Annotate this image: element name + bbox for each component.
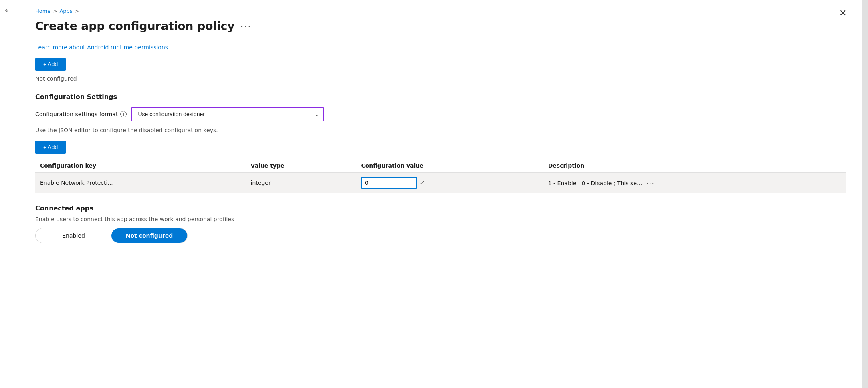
add-button-1[interactable]: + Add — [35, 58, 66, 71]
right-resize-handle[interactable] — [862, 0, 868, 388]
table-cell-config-value: ✓ — [356, 172, 543, 193]
configuration-table: Configuration key Value type Configurati… — [35, 159, 846, 193]
col-header-description: Description — [543, 159, 846, 172]
learn-more-link[interactable]: Learn more about Android runtime permiss… — [35, 44, 168, 51]
more-options-button[interactable]: ··· — [240, 22, 252, 31]
config-format-label: Configuration settings format i — [35, 111, 127, 117]
row-more-options-button[interactable]: ··· — [644, 178, 657, 188]
config-format-row: Configuration settings format i Use conf… — [35, 107, 846, 121]
breadcrumb-home[interactable]: Home — [35, 8, 50, 14]
breadcrumb-sep-1: > — [53, 8, 57, 14]
checkmark-icon[interactable]: ✓ — [420, 179, 425, 186]
json-note: Use the JSON editor to configure the dis… — [35, 127, 846, 133]
add-button-2[interactable]: + Add — [35, 141, 66, 154]
not-configured-label: Not configured — [35, 75, 846, 82]
configuration-settings-title: Configuration Settings — [35, 93, 846, 101]
connected-apps-description: Enable users to connect this app across … — [35, 216, 236, 222]
config-format-select-wrapper: Use configuration designerEnter JSON dat… — [131, 107, 324, 121]
table-row: Enable Network Protecti... integer ✓ 1 -… — [35, 172, 846, 193]
config-value-input[interactable] — [361, 177, 417, 189]
toggle-enabled[interactable]: Enabled — [36, 228, 111, 243]
config-format-select[interactable]: Use configuration designerEnter JSON dat… — [131, 107, 324, 121]
toggle-not-configured[interactable]: Not configured — [111, 228, 187, 243]
table-cell-description: 1 - Enable , 0 - Disable ; This se... ··… — [543, 172, 846, 193]
breadcrumb-sep-2: > — [75, 8, 79, 14]
close-button[interactable]: ✕ — [839, 8, 846, 18]
table-cell-value-type: integer — [246, 172, 357, 193]
config-format-label-text: Configuration settings format — [35, 111, 118, 117]
col-header-config-value: Configuration value — [356, 159, 543, 172]
main-content: ✕ Home > Apps > Create app configuration… — [19, 0, 862, 388]
connected-apps-title: Connected apps — [35, 204, 846, 212]
collapse-icon: « — [5, 6, 9, 14]
page-title-row: Create app configuration policy ··· — [35, 20, 846, 33]
info-icon: i — [120, 111, 127, 117]
col-header-key: Configuration key — [35, 159, 246, 172]
breadcrumb: Home > Apps > — [35, 8, 846, 14]
sidebar-collapse-button[interactable]: « — [0, 0, 19, 388]
connected-apps-section: Connected apps Enable users to connect t… — [35, 204, 846, 243]
breadcrumb-apps[interactable]: Apps — [59, 8, 72, 14]
connected-apps-toggle: Enabled Not configured — [35, 228, 188, 243]
table-cell-key: Enable Network Protecti... — [35, 172, 246, 193]
col-header-value-type: Value type — [246, 159, 357, 172]
page-title: Create app configuration policy — [35, 20, 235, 33]
